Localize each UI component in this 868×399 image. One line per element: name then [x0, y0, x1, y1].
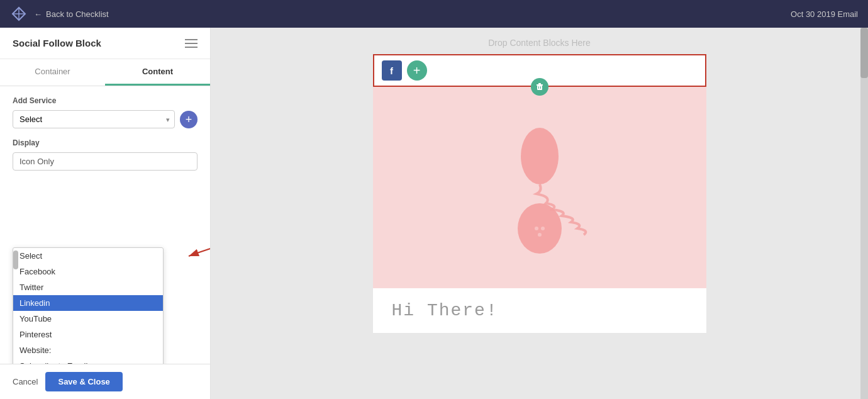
hamburger-menu-icon[interactable]	[185, 39, 198, 48]
dropdown-item-website[interactable]: Website:	[13, 342, 163, 358]
topbar-left: ← Back to Checklist	[10, 5, 109, 23]
social-follow-block[interactable]: f +	[373, 54, 706, 87]
add-service-label: Add Service	[13, 96, 198, 105]
svg-point-10	[535, 227, 538, 230]
facebook-icon: f	[382, 60, 402, 81]
sidebar-title: Social Follow Block	[13, 38, 101, 48]
hi-there-text: Hi There!	[373, 288, 706, 333]
svg-rect-4	[537, 84, 543, 86]
date-label: Oct 30 2019 Email	[791, 9, 858, 19]
tab-content[interactable]: Content	[105, 59, 210, 86]
red-arrow-indicator	[176, 225, 210, 275]
dropdown-item-select[interactable]: Select	[13, 248, 163, 264]
dropdown-scroll-area[interactable]: Select Facebook Twitter Linkedin YouTube…	[13, 248, 163, 364]
back-label: Back to Checklist	[46, 9, 109, 19]
display-value[interactable]: Icon Only	[13, 152, 198, 171]
service-select[interactable]: Select	[13, 110, 175, 128]
service-dropdown-list: Select Facebook Twitter Linkedin YouTube…	[13, 247, 164, 364]
svg-point-8	[521, 128, 559, 184]
delete-social-button[interactable]	[531, 78, 548, 96]
sidebar-footer: Cancel Save & Close	[0, 364, 210, 399]
main-content-area: Drop Content Blocks Here f +	[211, 28, 868, 399]
add-service-button[interactable]: +	[180, 111, 198, 128]
tab-container[interactable]: Container	[0, 59, 105, 86]
service-row: Select ▾ +	[13, 110, 198, 128]
svg-rect-6	[538, 86, 539, 89]
main-scrollbar[interactable]	[860, 28, 868, 399]
add-social-button[interactable]: +	[407, 60, 427, 81]
sidebar-content: Add Service Select ▾ + Display Icon Only…	[0, 86, 210, 364]
svg-point-12	[538, 233, 542, 237]
sidebar: Social Follow Block Container Content Ad…	[0, 28, 211, 399]
svg-rect-5	[538, 83, 541, 84]
topbar: ← Back to Checklist Oct 30 2019 Email	[0, 0, 868, 28]
dropdown-item-facebook[interactable]: Facebook	[13, 264, 163, 279]
sidebar-header: Social Follow Block	[0, 28, 210, 59]
dropdown-item-youtube[interactable]: YouTube	[13, 311, 163, 327]
save-close-button[interactable]: Save & Close	[45, 372, 122, 391]
back-arrow-icon: ←	[34, 9, 42, 19]
phone-illustration	[483, 106, 596, 269]
dropdown-item-twitter[interactable]: Twitter	[13, 279, 163, 295]
cancel-button[interactable]: Cancel	[13, 372, 38, 391]
app-logo-icon	[10, 5, 28, 23]
phone-image-area	[373, 87, 706, 288]
back-to-checklist-button[interactable]: ← Back to Checklist	[34, 9, 109, 19]
display-select-wrapper: Icon Only	[13, 152, 198, 171]
email-preview: f +	[373, 54, 706, 333]
display-label: Display	[13, 138, 198, 147]
svg-rect-7	[540, 86, 541, 89]
tabs: Container Content	[0, 59, 210, 86]
svg-point-11	[541, 227, 545, 230]
dropdown-scrollbar-thumb	[13, 250, 18, 269]
service-select-wrapper: Select ▾	[13, 110, 175, 128]
svg-rect-3	[537, 86, 542, 90]
dropdown-item-linkedin[interactable]: Linkedin	[13, 295, 163, 311]
main-scrollbar-thumb	[860, 28, 868, 78]
drop-zone-label: Drop Content Blocks Here	[488, 38, 591, 48]
dropdown-item-pinterest[interactable]: Pinterest	[13, 327, 163, 342]
trash-icon	[535, 82, 544, 91]
dropdown-item-subscribe[interactable]: Subscribe to Email	[13, 358, 163, 364]
